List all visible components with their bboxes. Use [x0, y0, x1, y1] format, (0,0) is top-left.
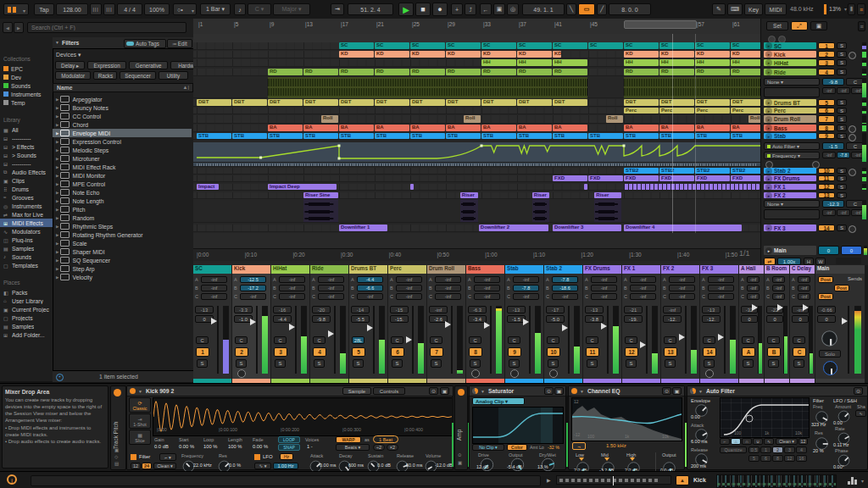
send-amount-field[interactable]: -inf	[798, 276, 810, 283]
clip[interactable]: HH	[517, 59, 552, 66]
mixer-strip-c-delay[interactable]: C DelayA-infB-infC-inf-inf0CCS	[790, 265, 815, 383]
send-amount-field[interactable]: -7.8	[552, 276, 578, 283]
solo-button[interactable]: S	[236, 359, 247, 368]
clip[interactable]: SC	[624, 42, 659, 49]
tab-controls[interactable]: Controls	[373, 387, 405, 395]
solo-button[interactable]: S	[837, 192, 847, 198]
vertical-scrollbar[interactable]	[836, 258, 861, 264]
arm-monitor-button[interactable]	[849, 169, 856, 176]
mixer-strip-perc[interactable]: PercA-infB-infC-inf-15-15.C6S	[388, 265, 426, 383]
unfold-track-icon[interactable]: ▸	[765, 108, 772, 114]
time-ruler[interactable]: |0:00|0:10|0:20|0:30|0:40|0:50|1:00|1:10…	[193, 248, 760, 261]
browser-list-item[interactable]: ▶Rhythmic Steps	[53, 222, 192, 230]
clip[interactable]	[624, 184, 760, 190]
solo-button[interactable]: S	[837, 133, 847, 139]
clip[interactable]: DBT	[446, 99, 481, 106]
clip[interactable]: BA	[303, 125, 338, 131]
clip[interactable]: SC	[517, 42, 552, 49]
fader-handle[interactable]	[211, 318, 217, 324]
peak-level-field[interactable]: -0.66	[817, 306, 836, 313]
clip[interactable]: STB	[232, 133, 267, 139]
sidebar-item--[interactable]: ⊟----------	[0, 134, 53, 142]
main-left-field[interactable]: 0	[818, 246, 839, 255]
track-lane[interactable]: RDRDRDRDRDRDRDRDRDRDRDRDRD	[193, 69, 760, 76]
filter-checkbox[interactable]	[131, 454, 136, 460]
hotswap-icon[interactable]: ✦	[56, 374, 64, 381]
unfold-track-icon[interactable]: ▸	[765, 192, 772, 198]
peak-level-field[interactable]: -13	[195, 306, 214, 313]
arrangement-position-field[interactable]: 51. 2. 4	[348, 3, 393, 15]
clip[interactable]: DBT	[197, 99, 231, 106]
filter-shape-button[interactable]: ⎍	[731, 438, 741, 445]
send-field[interactable]: -inf	[837, 87, 850, 94]
clip[interactable]: STB	[303, 133, 338, 139]
pan-field[interactable]: C	[625, 336, 637, 344]
clip[interactable]: DBT	[375, 99, 409, 106]
warp-mode-menu[interactable]: Beats ▾	[336, 444, 370, 451]
clip[interactable]: FXD	[695, 175, 730, 181]
peak-level-field[interactable]: -inf	[429, 306, 448, 313]
lfo-checkbox[interactable]	[254, 454, 260, 460]
send-amount-field[interactable]: -inf	[474, 293, 500, 300]
clip[interactable]: HH	[695, 59, 730, 66]
unfold-track-icon[interactable]: ▸	[765, 175, 772, 181]
quantize-label-button[interactable]: Quantize	[720, 446, 747, 453]
send-amount-field[interactable]: -inf	[747, 293, 760, 300]
mixer-strip-kick[interactable]: KickA-12.5B-17.2C-inf-3.3-1.0C2S	[232, 265, 270, 383]
clip[interactable]: RD	[446, 69, 481, 75]
track-number[interactable]: 1	[818, 42, 835, 49]
pan-field[interactable]: C	[703, 336, 715, 344]
clip[interactable]: KD	[446, 51, 481, 58]
edit-button[interactable]: ≔Edit	[167, 39, 192, 48]
filter-chip-generative[interactable]: Generative	[129, 61, 168, 69]
slope-button[interactable]: 12	[798, 438, 808, 445]
pan-field[interactable]: C	[274, 336, 287, 344]
quantize-value-button[interactable]: 3	[784, 446, 795, 453]
send-amount-field[interactable]: -inf	[630, 276, 656, 283]
draw-mode-button[interactable]: ✎	[712, 3, 726, 15]
unfold-track-icon[interactable]: ▸	[765, 133, 772, 139]
clip[interactable]: DBT	[410, 99, 445, 106]
browser-list-item[interactable]: ▶Scale	[53, 239, 192, 247]
clip[interactable]: HH	[659, 59, 694, 66]
peak-level-field[interactable]: -13	[702, 306, 721, 313]
peak-level-field[interactable]: -20	[312, 306, 331, 313]
clip[interactable]: Downlifter 3	[553, 225, 621, 231]
midi-map-button[interactable]: MIDI	[765, 3, 787, 15]
solo-button[interactable]: S	[837, 225, 847, 231]
track-volume-field[interactable]: -12.3	[822, 200, 844, 208]
send-field[interactable]: -inf	[822, 87, 836, 94]
track-number[interactable]: 4	[818, 69, 835, 75]
sidebar-item-epc[interactable]: EPC	[0, 64, 53, 73]
automation-mode-button[interactable]: ⤢	[791, 21, 808, 30]
solo-button[interactable]: S	[353, 359, 364, 368]
device-strip-icon[interactable]: ◇	[114, 454, 118, 459]
sidebar-item-user-library[interactable]: ⌂User Library	[0, 297, 53, 305]
clip[interactable]: BA	[659, 125, 694, 131]
send-amount-field[interactable]: -inf	[798, 285, 810, 291]
automation-device-menu[interactable]: Auto Filter ▾	[764, 142, 820, 150]
mixer-strip-drums-bt[interactable]: Drums BTA-4.4B-6.6C-inf-14-5.528L5S	[349, 265, 387, 383]
pan-field[interactable]: C	[430, 336, 442, 344]
clip[interactable]: KD	[659, 51, 694, 58]
auto-tags-toggle[interactable]: Auto Tags	[124, 39, 166, 48]
preview-play-icon[interactable]: ▶	[547, 477, 551, 483]
warp-size-pill[interactable]: 1 Beat	[373, 435, 398, 443]
quantize-value-button[interactable]: 0.5	[748, 446, 760, 453]
send-amount-field[interactable]: -inf	[669, 293, 695, 300]
fader-slot[interactable]	[334, 306, 336, 374]
output-clip-menu[interactable]: No Clip ▾	[472, 444, 504, 451]
solo-button[interactable]: S	[314, 359, 325, 368]
fader-handle[interactable]	[328, 330, 334, 337]
clip[interactable]: Riser Who	[594, 192, 621, 198]
loop-button[interactable]: ▭	[578, 3, 595, 15]
solo-button[interactable]: S	[837, 168, 847, 174]
mixer-strip-fx-2[interactable]: FX 2A-infB-infC-inf-inf-12.C13S	[661, 265, 699, 383]
solo-button[interactable]: S	[626, 359, 637, 368]
pan-field[interactable]: C	[391, 336, 403, 344]
send-amount-field[interactable]: -inf	[474, 285, 500, 291]
clip[interactable]: SC	[446, 42, 481, 49]
send-amount-field[interactable]: -inf	[747, 285, 760, 291]
sidebar-item-max-for-live[interactable]: ⇄Max for Live	[0, 210, 53, 219]
peak-level-field[interactable]: -17	[546, 306, 565, 313]
